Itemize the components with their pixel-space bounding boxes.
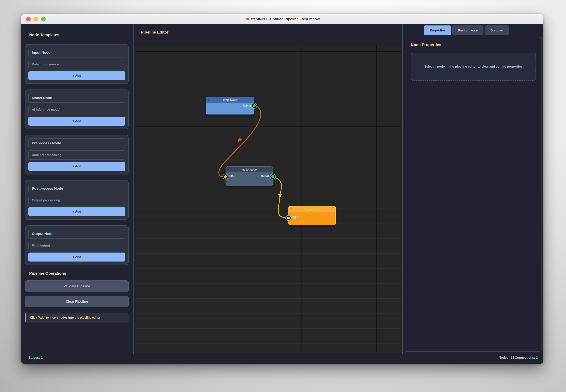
node-header: Model Node: [226, 167, 273, 172]
pipeline-operations-heading: Pipeline Operations: [29, 271, 129, 276]
properties-placeholder-text: Select a node in the pipeline editor to …: [424, 64, 522, 70]
stages-status: Stages: 1: [28, 354, 70, 364]
node-header: Input Node: [206, 97, 254, 103]
canvas-node-input[interactable]: Input Node output: [206, 97, 254, 114]
node-templates-sidebar: Node Templates Input Node Data input sou…: [21, 24, 134, 354]
node-properties-heading: Node Properties: [411, 42, 536, 47]
template-card-output: Output Node Final output + Add: [25, 225, 129, 265]
add-postprocess-node-button[interactable]: + Add: [28, 207, 125, 216]
template-card-input: Input Node Data input source + Add: [25, 44, 129, 84]
add-preprocess-node-button[interactable]: + Add: [28, 162, 125, 171]
app-window: Cluster4NPU - Untitled Pipeline - test.m…: [21, 14, 543, 364]
node-status-dot: [208, 99, 210, 101]
template-title-box: Preprocess Node: [28, 138, 125, 148]
tab-performance[interactable]: Performance: [452, 26, 483, 35]
tab-properties[interactable]: Properties: [424, 26, 451, 35]
add-model-node-button[interactable]: + Add: [28, 117, 125, 126]
properties-placeholder-box: Select a node in the pipeline editor to …: [411, 53, 536, 81]
template-description: AI inference model: [32, 108, 60, 112]
input-port[interactable]: [287, 217, 290, 219]
main-area: Node Templates Input Node Data input sou…: [21, 24, 543, 354]
template-description-box: AI inference model: [28, 105, 125, 114]
port-row: output: [209, 104, 251, 108]
clear-pipeline-button[interactable]: Clear Pipeline: [25, 296, 129, 307]
nodes-connections-status: Nodes: 3 | Connections: 2: [487, 354, 538, 364]
hint-text: Click 'Add' to insert nodes into the pip…: [30, 315, 118, 320]
node-header: Output Node: [289, 207, 335, 212]
template-description-box: Data input source: [28, 60, 125, 69]
template-description-box: Data preprocessing: [28, 150, 125, 160]
output-port-label: output: [243, 104, 251, 108]
template-description: Final output: [32, 244, 50, 248]
connection-model-to-output[interactable]: [273, 177, 286, 218]
status-bar: Stages: 1 Nodes: 3 | Connections: 2: [21, 354, 543, 364]
template-card-model: Model Node AI inference model + Add: [25, 89, 129, 129]
node-templates-heading: Node Templates: [29, 33, 129, 37]
pipeline-editor-column: Pipeline Editor Input Node: [134, 24, 402, 354]
template-title: Input Node: [32, 51, 50, 55]
connection-input-to-model[interactable]: [219, 104, 261, 177]
template-title-box: Postprocess Node: [28, 184, 125, 193]
hint-note: Click 'Add' to insert nodes into the pip…: [25, 313, 129, 322]
template-title: Postprocess Node: [32, 186, 63, 191]
panel-tabs: Properties Performance Dongles: [424, 26, 543, 35]
title-bar: Cluster4NPU - Untitled Pipeline - test.m…: [21, 14, 543, 24]
template-title-box: Output Node: [28, 229, 125, 239]
template-title-box: Input Node: [28, 48, 125, 57]
node-title: Model Node: [242, 168, 257, 171]
validate-pipeline-button[interactable]: Validate Pipeline: [25, 280, 129, 292]
output-port[interactable]: [253, 104, 256, 107]
template-description-box: Final output: [28, 241, 125, 250]
tab-dongles[interactable]: Dongles: [484, 26, 509, 35]
node-properties-container: Node Properties Select a node in the pip…: [405, 37, 542, 352]
window-controls: [26, 17, 46, 22]
node-status-dot: [290, 208, 292, 210]
template-card-preprocess: Preprocess Node Data preprocessing + Add: [25, 135, 129, 174]
properties-panel: Properties Performance Dongles Node Prop…: [402, 24, 543, 354]
template-title: Output Node: [32, 232, 53, 236]
minimize-button[interactable]: [33, 17, 38, 22]
template-description: Output processing: [32, 198, 60, 202]
add-output-node-button[interactable]: + Add: [28, 252, 125, 262]
canvas-node-output[interactable]: Output Node input: [289, 206, 336, 225]
node-title: Output Node: [304, 208, 320, 211]
template-title-box: Model Node: [28, 93, 125, 103]
pipeline-canvas[interactable]: Input Node output Model Node input outpu…: [136, 45, 401, 352]
node-title: Input Node: [223, 98, 237, 101]
window-title: Cluster4NPU - Untitled Pipeline - test.m…: [245, 17, 320, 21]
template-card-postprocess: Postprocess Node Output processing + Add: [25, 180, 129, 220]
input-port[interactable]: [224, 175, 227, 178]
canvas-node-model[interactable]: Model Node input output: [225, 167, 273, 186]
pipeline-editor-heading: Pipeline Editor: [141, 30, 168, 34]
template-description: Data preprocessing: [32, 153, 62, 157]
input-port-label: input: [292, 215, 298, 219]
output-port[interactable]: [271, 175, 274, 178]
add-input-node-button[interactable]: + Add: [28, 71, 125, 80]
hint-accent-bar: [25, 313, 26, 322]
input-port-label: input: [229, 174, 235, 178]
template-description: Data input source: [32, 63, 59, 66]
node-status-dot: [227, 168, 229, 170]
output-port-label: output: [261, 174, 270, 178]
template-title: Model Node: [32, 96, 52, 100]
close-button[interactable]: [26, 17, 31, 22]
connections-layer: [136, 45, 401, 352]
template-title: Preprocess Node: [32, 141, 61, 145]
port-row: input output: [229, 174, 270, 178]
zoom-button[interactable]: [41, 17, 46, 22]
port-row: input: [292, 215, 332, 219]
template-description-box: Output processing: [28, 196, 125, 205]
